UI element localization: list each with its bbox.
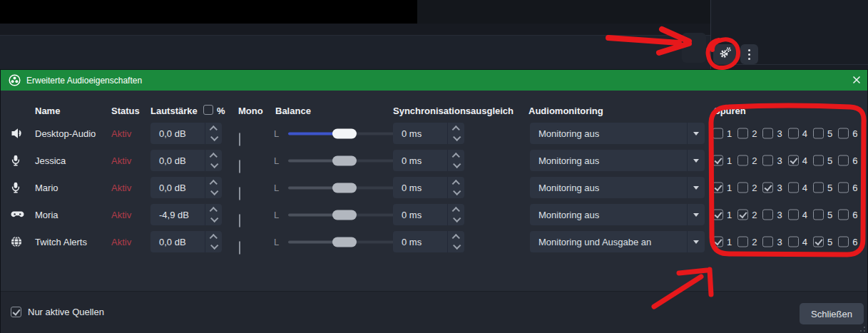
spin-down-icon[interactable]: [453, 215, 461, 222]
track-checkbox[interactable]: [788, 210, 799, 220]
balance-slider-handle[interactable]: [332, 128, 357, 138]
track-checkbox[interactable]: [813, 183, 824, 193]
volume-input[interactable]: -4,9 dB: [150, 204, 222, 225]
only-active-sources-checkbox[interactable]: [11, 307, 21, 317]
sync-offset-input[interactable]: 0 ms: [393, 231, 464, 252]
sync-offset-spinner[interactable]: [447, 231, 464, 252]
screenshot-canvas: Erweiterte Audioeigenschaften Name Statu…: [0, 0, 868, 333]
track-checkbox[interactable]: [813, 155, 824, 166]
spin-up-icon[interactable]: [451, 234, 459, 242]
volume-percent-checkbox[interactable]: [203, 105, 213, 115]
spin-down-icon[interactable]: [453, 133, 461, 141]
track-checkbox[interactable]: [788, 155, 799, 166]
track-checkbox[interactable]: [713, 237, 723, 247]
audio-monitoring-select[interactable]: Monitoring aus: [530, 177, 705, 198]
track-checkbox[interactable]: [737, 128, 748, 139]
sync-offset-input[interactable]: 0 ms: [393, 150, 464, 171]
balance-slider-handle[interactable]: [332, 210, 357, 220]
spin-down-icon[interactable]: [210, 215, 218, 222]
spin-up-icon[interactable]: [209, 234, 217, 242]
balance-slider[interactable]: [288, 128, 410, 138]
spin-up-icon[interactable]: [209, 180, 217, 188]
track-checkbox[interactable]: [737, 237, 748, 247]
mono-checkbox[interactable]: [239, 214, 240, 227]
spin-up-icon[interactable]: [451, 153, 459, 160]
spin-up-icon[interactable]: [451, 207, 459, 215]
volume-spinner[interactable]: [205, 123, 222, 144]
track-checkbox[interactable]: [737, 183, 748, 193]
spin-down-icon[interactable]: [453, 188, 461, 195]
balance-slider[interactable]: [288, 210, 410, 220]
resize-grip[interactable]: [857, 323, 865, 332]
mono-checkbox[interactable]: [239, 241, 240, 255]
spin-up-icon[interactable]: [451, 125, 459, 133]
mono-checkbox[interactable]: [239, 187, 240, 200]
track-checkbox[interactable]: [762, 210, 773, 220]
track-checkbox[interactable]: [788, 183, 799, 193]
track-checkbox[interactable]: [737, 210, 748, 220]
track-checkbox[interactable]: [762, 237, 773, 247]
close-dialog-button[interactable]: Schließen: [800, 303, 864, 324]
sync-offset-input[interactable]: 0 ms: [393, 204, 464, 225]
volume-input[interactable]: 0,0 dB: [150, 150, 222, 171]
balance-slider-handle[interactable]: [332, 237, 357, 247]
balance-slider-handle[interactable]: [332, 183, 357, 193]
mono-checkbox[interactable]: [239, 133, 240, 146]
track-checkbox[interactable]: [788, 237, 799, 247]
volume-input[interactable]: 0,0 dB: [150, 231, 222, 252]
sync-offset-spinner[interactable]: [447, 177, 464, 198]
audio-monitoring-select[interactable]: Monitoring aus: [530, 150, 705, 171]
close-button[interactable]: [851, 75, 862, 86]
track-checkbox[interactable]: [762, 155, 773, 166]
audio-monitoring-select[interactable]: Monitoring aus: [530, 123, 705, 144]
spin-down-icon[interactable]: [453, 160, 461, 168]
spin-down-icon[interactable]: [453, 242, 461, 250]
volume-input[interactable]: 0,0 dB: [150, 177, 222, 198]
spin-down-icon[interactable]: [210, 133, 218, 141]
track-checkbox[interactable]: [838, 155, 849, 166]
track-checkbox[interactable]: [762, 128, 773, 139]
volume-spinner[interactable]: [205, 177, 222, 198]
volume-spinner[interactable]: [205, 231, 222, 252]
track-checkbox[interactable]: [838, 183, 849, 193]
track-checkbox[interactable]: [813, 237, 824, 247]
track-checkbox[interactable]: [713, 155, 723, 166]
track-checkbox[interactable]: [838, 210, 849, 220]
spin-up-icon[interactable]: [451, 180, 459, 188]
balance-slider[interactable]: [288, 237, 410, 247]
volume-input[interactable]: 0,0 dB: [150, 123, 222, 144]
spin-up-icon[interactable]: [209, 153, 217, 160]
spin-down-icon[interactable]: [210, 242, 218, 250]
track-checkbox[interactable]: [713, 128, 723, 139]
volume-spinner[interactable]: [205, 150, 222, 171]
track-checkbox[interactable]: [737, 155, 748, 166]
mono-checkbox[interactable]: [239, 160, 240, 173]
sync-offset-spinner[interactable]: [447, 150, 464, 171]
track-checkbox[interactable]: [838, 237, 849, 247]
track-checkbox[interactable]: [813, 128, 824, 139]
track-checkbox[interactable]: [762, 183, 773, 193]
balance-slider[interactable]: [288, 183, 410, 193]
track-checkbox[interactable]: [713, 183, 723, 193]
balance-slider-handle[interactable]: [332, 155, 357, 165]
sync-offset-input[interactable]: 0 ms: [393, 177, 464, 198]
track-checkbox[interactable]: [813, 210, 824, 220]
audio-monitoring-select[interactable]: Monitoring aus: [530, 204, 705, 225]
only-active-sources-toggle[interactable]: Nur aktive Quellen: [11, 307, 104, 317]
track-checkbox[interactable]: [838, 128, 849, 139]
audio-mixer-settings-button[interactable]: [713, 44, 737, 64]
volume-spinner[interactable]: [205, 204, 222, 225]
sync-offset-input[interactable]: 0 ms: [393, 123, 464, 144]
audio-monitoring-select[interactable]: Monitoring und Ausgabe an: [530, 231, 705, 252]
balance-slider[interactable]: [288, 155, 410, 165]
spin-up-icon[interactable]: [209, 207, 217, 215]
spin-down-icon[interactable]: [210, 188, 218, 195]
sync-offset-spinner[interactable]: [447, 123, 464, 144]
audio-mixer-menu-button[interactable]: [740, 44, 758, 64]
sync-offset-spinner[interactable]: [447, 204, 464, 225]
sync-offset-value: 0 ms: [393, 210, 447, 220]
track-checkbox[interactable]: [788, 128, 799, 139]
spin-up-icon[interactable]: [209, 125, 217, 133]
spin-down-icon[interactable]: [210, 160, 218, 168]
track-checkbox[interactable]: [713, 210, 723, 220]
